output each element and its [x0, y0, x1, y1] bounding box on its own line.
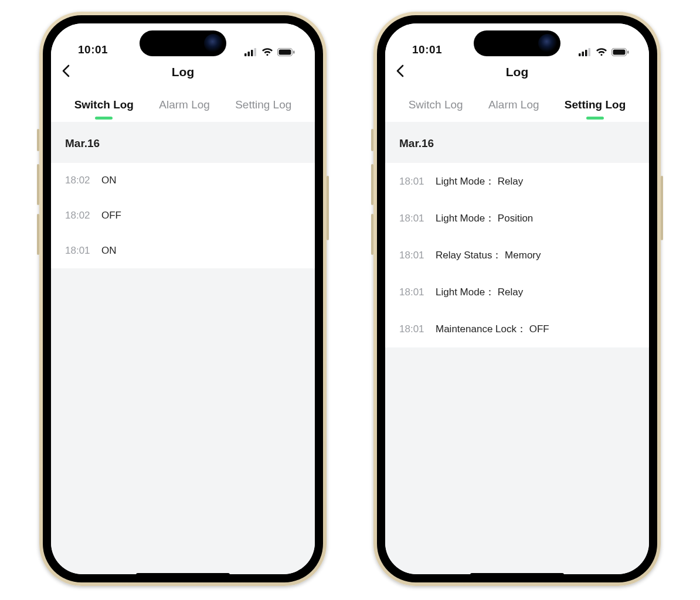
- svg-rect-8: [582, 52, 585, 56]
- svg-rect-7: [579, 53, 581, 56]
- log-time: 18:01: [399, 176, 436, 188]
- tabs: Switch Log Alarm Log Setting Log: [51, 88, 315, 122]
- date-text: Mar.16: [399, 137, 635, 150]
- date-text: Mar.16: [65, 137, 301, 150]
- log-row: 18:01 Relay Status： Memory: [385, 237, 649, 274]
- date-header: Mar.16: [51, 122, 315, 163]
- tab-alarm-log[interactable]: Alarm Log: [159, 98, 210, 111]
- svg-rect-5: [279, 50, 291, 55]
- wifi-icon: [261, 48, 273, 56]
- log-list[interactable]: 18:02 ON 18:02 OFF 18:01 ON: [51, 163, 315, 268]
- svg-rect-1: [248, 52, 250, 56]
- svg-rect-6: [293, 51, 295, 54]
- empty-area: [385, 347, 649, 574]
- dynamic-island: [474, 30, 560, 56]
- back-icon[interactable]: [396, 64, 404, 80]
- side-button: [371, 214, 373, 255]
- log-row: 18:01 ON: [51, 233, 315, 268]
- empty-area: [51, 268, 315, 574]
- log-row: 18:01 Maintenance Lock： OFF: [385, 311, 649, 347]
- side-button: [661, 176, 663, 240]
- log-text: OFF: [101, 210, 121, 221]
- battery-icon: [277, 48, 295, 56]
- log-time: 18:01: [399, 287, 436, 298]
- svg-rect-2: [251, 50, 253, 56]
- home-indicator[interactable]: [136, 573, 230, 577]
- wifi-icon: [596, 48, 607, 56]
- log-text: ON: [101, 175, 117, 186]
- side-button: [37, 164, 39, 205]
- log-row: 18:01 Light Mode： Relay: [385, 274, 649, 311]
- status-time: 10:01: [78, 43, 108, 56]
- side-button: [371, 129, 373, 151]
- log-time: 18:01: [399, 250, 436, 261]
- home-indicator[interactable]: [470, 573, 564, 577]
- battery-icon: [611, 48, 629, 56]
- page-title: Log: [506, 65, 528, 79]
- status-time: 10:01: [412, 43, 442, 56]
- log-time: 18:01: [399, 323, 436, 335]
- tab-alarm-log[interactable]: Alarm Log: [488, 98, 539, 111]
- log-time: 18:02: [65, 210, 101, 221]
- camera-icon: [538, 34, 557, 53]
- side-button: [327, 176, 329, 240]
- svg-rect-10: [589, 48, 591, 56]
- log-text: ON: [101, 245, 117, 257]
- dynamic-island: [140, 30, 226, 56]
- tabs: Switch Log Alarm Log Setting Log: [385, 88, 649, 122]
- log-text: Light Mode： Relay: [436, 175, 523, 188]
- log-text: Light Mode： Relay: [436, 285, 523, 299]
- log-list[interactable]: 18:01 Light Mode： Relay 18:01 Light Mode…: [385, 163, 649, 347]
- page-header: Log: [385, 56, 649, 88]
- date-header: Mar.16: [385, 122, 649, 163]
- phone-mockup-left: 10:01 Log Switch Log Alarm Log Setting L…: [39, 12, 327, 586]
- log-text: Maintenance Lock： OFF: [436, 322, 549, 336]
- tab-setting-log[interactable]: Setting Log: [235, 98, 291, 111]
- svg-rect-13: [627, 51, 629, 54]
- side-button: [37, 214, 39, 255]
- svg-rect-12: [613, 50, 626, 55]
- page-header: Log: [51, 56, 315, 88]
- cellular-icon: [244, 48, 257, 56]
- tab-setting-log[interactable]: Setting Log: [565, 98, 626, 111]
- page-title: Log: [172, 65, 194, 79]
- tab-switch-log[interactable]: Switch Log: [409, 98, 463, 111]
- svg-rect-3: [254, 48, 257, 56]
- side-button: [37, 129, 39, 151]
- svg-rect-0: [244, 53, 247, 56]
- log-row: 18:01 Light Mode： Position: [385, 200, 649, 237]
- log-time: 18:01: [65, 245, 101, 257]
- back-icon[interactable]: [62, 64, 70, 80]
- svg-rect-9: [585, 50, 587, 56]
- side-button: [371, 164, 373, 205]
- camera-icon: [204, 34, 223, 53]
- cellular-icon: [579, 48, 592, 56]
- log-text: Relay Status： Memory: [436, 248, 541, 262]
- log-row: 18:02 ON: [51, 163, 315, 198]
- tab-switch-log[interactable]: Switch Log: [74, 98, 134, 111]
- log-text: Light Mode： Position: [436, 212, 533, 225]
- log-row: 18:01 Light Mode： Relay: [385, 163, 649, 200]
- log-time: 18:01: [399, 213, 436, 224]
- phone-mockup-right: 10:01 Log Switch Log Alarm Log Setting L…: [373, 12, 661, 586]
- log-time: 18:02: [65, 175, 101, 186]
- log-row: 18:02 OFF: [51, 198, 315, 233]
